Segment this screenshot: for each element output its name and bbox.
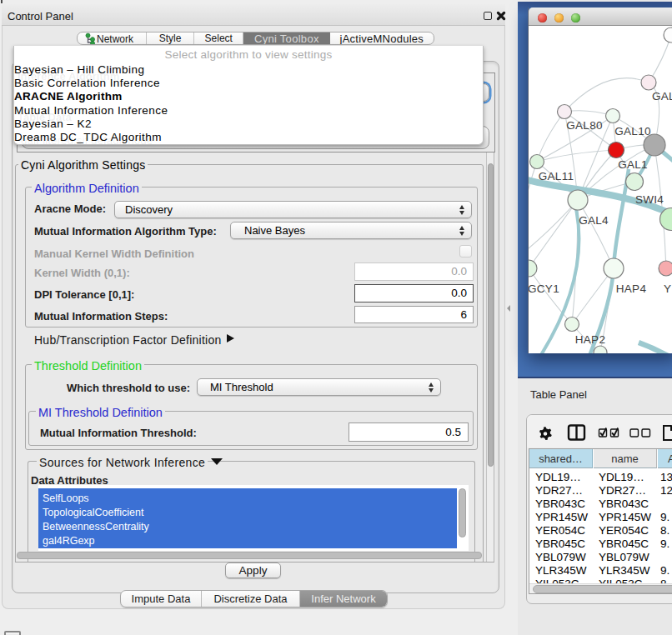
- svg-text:GAL4: GAL4: [579, 214, 609, 227]
- svg-text:GAL1: GAL1: [618, 158, 648, 171]
- svg-text:HAP4: HAP4: [616, 282, 647, 295]
- svg-text:SWI4: SWI4: [635, 193, 664, 206]
- svg-text:HAP2: HAP2: [575, 333, 605, 346]
- svg-text:GAL10: GAL10: [614, 125, 651, 138]
- svg-text:GAL11: GAL11: [539, 170, 574, 182]
- svg-text:GCY1: GCY1: [529, 282, 559, 295]
- svg-text:Y: Y: [664, 282, 671, 295]
- svg-text:GAL: GAL: [652, 90, 672, 102]
- svg-text:GAL80: GAL80: [566, 119, 603, 132]
